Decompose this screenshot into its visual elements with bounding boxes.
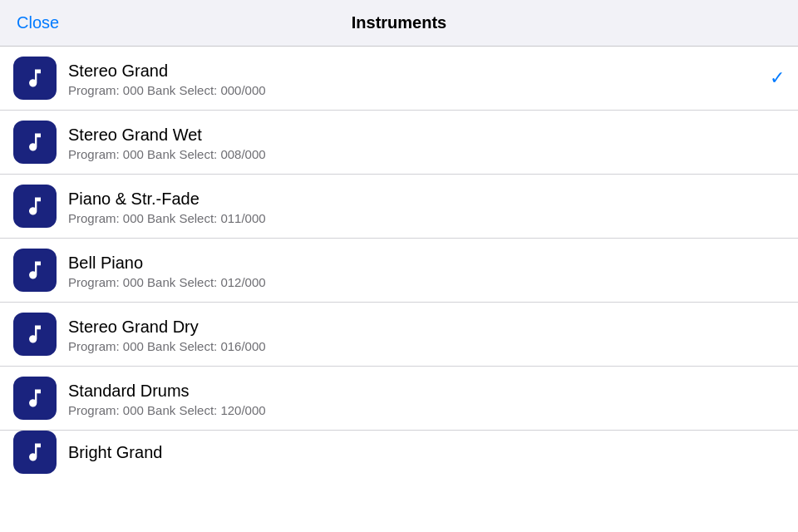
header: Close Instruments: [0, 0, 798, 47]
instrument-detail: Program: 000 Bank Select: 120/000: [68, 403, 785, 417]
list-item[interactable]: Piano & Str.-FadeProgram: 000 Bank Selec…: [0, 175, 798, 239]
list-item[interactable]: Stereo GrandProgram: 000 Bank Select: 00…: [0, 47, 798, 111]
instrument-name: Stereo Grand Wet: [68, 124, 785, 145]
music-note-icon: [13, 185, 57, 228]
instrument-detail: Program: 000 Bank Select: 012/000: [68, 275, 785, 289]
list-item[interactable]: Bell PianoProgram: 000 Bank Select: 012/…: [0, 239, 798, 303]
close-button[interactable]: Close: [17, 13, 59, 32]
list-item[interactable]: Stereo Grand WetProgram: 000 Bank Select…: [0, 111, 798, 175]
instrument-name: Standard Drums: [68, 380, 785, 401]
instrument-detail: Program: 000 Bank Select: 016/000: [68, 339, 785, 353]
music-note-icon: [13, 377, 57, 420]
instrument-name: Piano & Str.-Fade: [68, 188, 785, 209]
music-note-icon: [13, 431, 57, 474]
list-item[interactable]: Bright Grand: [0, 431, 798, 474]
music-note-icon: [13, 249, 57, 292]
instruments-list: Stereo GrandProgram: 000 Bank Select: 00…: [0, 47, 798, 532]
music-note-icon: [13, 57, 57, 100]
list-item[interactable]: Stereo Grand DryProgram: 000 Bank Select…: [0, 303, 798, 367]
instrument-name: Bell Piano: [68, 252, 785, 273]
page-title: Instruments: [352, 13, 446, 32]
instrument-detail: Program: 000 Bank Select: 000/000: [68, 83, 761, 97]
selected-checkmark: ✓: [770, 67, 785, 89]
instrument-detail: Program: 000 Bank Select: 011/000: [68, 211, 785, 225]
music-note-icon: [13, 121, 57, 164]
instrument-name: Stereo Grand: [68, 60, 761, 81]
instrument-name: Bright Grand: [68, 441, 785, 463]
instrument-name: Stereo Grand Dry: [68, 316, 785, 337]
instrument-detail: Program: 000 Bank Select: 008/000: [68, 147, 785, 161]
list-item[interactable]: Standard DrumsProgram: 000 Bank Select: …: [0, 367, 798, 431]
music-note-icon: [13, 313, 57, 356]
